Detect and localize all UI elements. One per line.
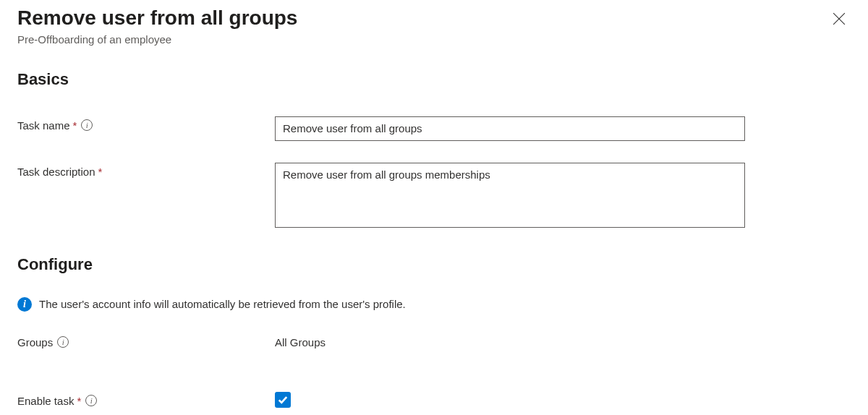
info-icon[interactable]: i	[85, 395, 97, 406]
close-button[interactable]	[827, 7, 851, 30]
enable-task-label: Enable task	[17, 395, 74, 407]
field-task-description: Task description *	[17, 163, 851, 231]
task-description-input[interactable]	[275, 163, 745, 228]
section-basics-heading: Basics	[17, 70, 851, 89]
info-banner-icon: i	[17, 297, 32, 312]
required-marker: *	[98, 166, 103, 178]
page-title: Remove user from all groups	[17, 6, 297, 30]
field-groups: Groups i All Groups	[17, 333, 851, 348]
required-marker: *	[77, 395, 81, 407]
close-icon	[833, 12, 846, 25]
info-banner: i The user's account info will automatic…	[17, 297, 851, 312]
groups-value: All Groups	[275, 333, 326, 348]
task-name-input[interactable]	[275, 116, 745, 141]
info-icon[interactable]: i	[81, 119, 93, 131]
required-marker: *	[73, 119, 77, 132]
task-description-label: Task description	[17, 166, 95, 178]
page-subtitle: Pre-Offboarding of an employee	[17, 33, 297, 46]
groups-label: Groups	[17, 336, 53, 348]
field-enable-task: Enable task * i	[17, 392, 851, 408]
check-icon	[278, 395, 288, 405]
section-configure-heading: Configure	[17, 255, 851, 274]
enable-task-checkbox[interactable]	[275, 392, 291, 408]
info-banner-text: The user's account info will automatical…	[39, 298, 406, 310]
info-icon[interactable]: i	[57, 336, 69, 348]
task-name-label: Task name	[17, 119, 70, 132]
field-task-name: Task name * i	[17, 116, 851, 141]
